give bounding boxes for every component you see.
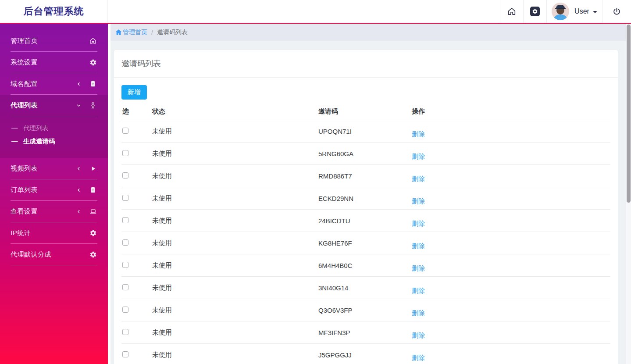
table-row: 未使用 KG8HE76F 删除: [121, 232, 610, 254]
column-header-select: 选: [121, 107, 152, 116]
row-select-cell: [121, 307, 152, 314]
row-code: RMD886T7: [318, 172, 407, 180]
table-row: 未使用 Q3O6V3FP 删除: [121, 299, 610, 321]
row-status: 未使用: [152, 351, 318, 359]
row-select-cell: [121, 284, 152, 292]
row-checkbox[interactable]: [122, 217, 128, 223]
delete-link[interactable]: 删除: [412, 287, 425, 295]
row-status: 未使用: [152, 328, 318, 337]
submenu-item-label: 生成邀请码: [23, 137, 55, 146]
row-checkbox[interactable]: [122, 351, 128, 357]
card-body: 新增 选 状态 邀请码 操作 未使用 UPOQN71I 删除 未使用 5RNG6…: [114, 78, 618, 364]
delete-link[interactable]: 删除: [412, 264, 425, 273]
row-code: 5RNG60GA: [318, 150, 407, 157]
gear-icon: [89, 59, 97, 66]
row-checkbox[interactable]: [122, 284, 128, 290]
submenu-item-agent-list[interactable]: — 代理列表: [0, 121, 108, 135]
home-button[interactable]: [500, 0, 523, 23]
chevron-down-icon: [76, 103, 82, 108]
row-status: 未使用: [152, 284, 318, 292]
delete-link[interactable]: 删除: [412, 153, 425, 161]
dash-icon: —: [11, 125, 23, 132]
gear-icon: [89, 229, 97, 237]
sidebar-item-label: 代理默认分成: [11, 250, 89, 259]
sidebar-item-label: 管理首页: [11, 37, 89, 45]
delete-link[interactable]: 删除: [412, 354, 425, 362]
card-title: 邀请码列表: [121, 58, 161, 69]
power-icon: [612, 7, 621, 16]
table-row: 未使用 6M4H4B0C 删除: [121, 254, 610, 277]
sidebar-item-order-list[interactable]: 订单列表: [0, 179, 108, 200]
table-row: 未使用 UPOQN71I 删除: [121, 120, 610, 143]
delete-link[interactable]: 删除: [412, 220, 425, 228]
row-status: 未使用: [152, 194, 318, 203]
delete-link[interactable]: 删除: [412, 242, 425, 250]
row-checkbox[interactable]: [122, 172, 128, 178]
row-checkbox[interactable]: [122, 195, 128, 201]
row-checkbox[interactable]: [122, 128, 128, 134]
row-checkbox[interactable]: [122, 239, 128, 246]
add-button[interactable]: 新增: [121, 85, 147, 100]
home-icon: [115, 29, 122, 36]
table-row: 未使用 MF3IFN3P 删除: [121, 321, 610, 344]
table-body: 未使用 UPOQN71I 删除 未使用 5RNG60GA 删除 未使用 RMD8…: [121, 120, 610, 364]
chevron-left-icon: [76, 187, 82, 193]
row-status: 未使用: [152, 239, 318, 247]
clipboard-icon: [89, 80, 97, 87]
row-actions-cell: 删除: [407, 217, 610, 225]
table-row: 未使用 3NI40G14 删除: [121, 277, 610, 299]
chevron-left-icon: [76, 166, 82, 171]
gear-icon: [89, 251, 97, 258]
sidebar-item-label: 查看设置: [11, 207, 76, 216]
sidebar-item-domain-config[interactable]: 域名配置: [0, 73, 108, 94]
chevron-left-icon: [76, 209, 82, 214]
row-checkbox[interactable]: [122, 307, 128, 313]
row-checkbox[interactable]: [122, 262, 128, 268]
sidebar-item-agent-list[interactable]: 代理列表: [0, 95, 108, 116]
submenu-item-label: 代理列表: [23, 124, 49, 132]
logout-button[interactable]: [602, 0, 631, 23]
chevron-left-icon: [76, 81, 82, 87]
column-header-code: 邀请码: [318, 107, 407, 116]
delete-link[interactable]: 删除: [412, 332, 425, 340]
delete-link[interactable]: 删除: [412, 309, 425, 318]
row-checkbox[interactable]: [122, 150, 128, 156]
breadcrumb-home-label: 管理首页: [123, 29, 147, 36]
row-code: UPOQN71I: [318, 128, 407, 135]
header-actions: User: [500, 0, 631, 23]
sidebar-item-system-settings[interactable]: 系统设置: [0, 52, 108, 73]
sidebar-item-agent-default-share[interactable]: 代理默认分成: [0, 244, 108, 265]
submenu-item-generate-invite-code[interactable]: — 生成邀请码: [0, 135, 108, 148]
divider: [11, 265, 97, 265]
sidebar-item-admin-home[interactable]: 管理首页: [0, 30, 108, 51]
row-code: 6M4H4B0C: [318, 262, 407, 269]
row-code: ECKD29NN: [318, 195, 407, 202]
row-select-cell: [121, 262, 152, 269]
row-status: 未使用: [152, 261, 318, 270]
settings-icon: [530, 7, 540, 16]
card-header: 邀请码列表: [114, 50, 618, 78]
breadcrumb-home-link[interactable]: 管理首页: [115, 29, 147, 36]
home-icon: [89, 37, 97, 45]
sidebar-item-ip-stats[interactable]: IP统计: [0, 222, 108, 243]
row-select-cell: [121, 195, 152, 202]
row-status: 未使用: [152, 172, 318, 180]
delete-link[interactable]: 删除: [412, 130, 425, 139]
scrollbar-thumb[interactable]: [627, 25, 631, 203]
breadcrumb-separator: /: [151, 29, 153, 36]
delete-link[interactable]: 删除: [412, 197, 425, 206]
scrollbar-track[interactable]: [626, 24, 631, 364]
sidebar-item-view-settings[interactable]: 查看设置: [0, 201, 108, 222]
row-checkbox[interactable]: [122, 329, 128, 335]
invite-code-table: 选 状态 邀请码 操作 未使用 UPOQN71I 删除 未使用 5RNG60GA…: [121, 103, 610, 364]
row-select-cell: [121, 128, 152, 135]
sidebar-item-label: 代理列表: [11, 101, 76, 110]
row-actions-cell: 删除: [407, 127, 610, 136]
row-actions-cell: 删除: [407, 239, 610, 247]
user-menu[interactable]: User: [546, 0, 602, 23]
settings-button[interactable]: [523, 0, 546, 23]
sidebar-item-video-list[interactable]: 视频列表: [0, 158, 108, 179]
table-row: 未使用 5RNG60GA 删除: [121, 143, 610, 165]
header-spacer: [108, 0, 500, 23]
delete-link[interactable]: 删除: [412, 175, 425, 183]
